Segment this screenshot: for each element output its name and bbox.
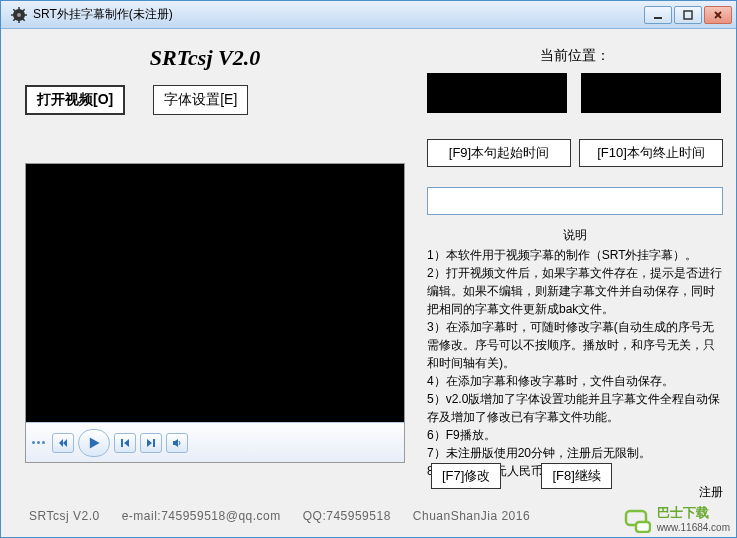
footer-email: e-mail:745959518@qq.com [122, 509, 281, 523]
footer-qq: QQ:745959518 [303, 509, 391, 523]
close-button[interactable] [704, 6, 732, 24]
description-body: 1）本软件用于视频字幕的制作（SRT外挂字幕）。 2）打开视频文件后，如果字幕文… [427, 246, 723, 480]
footer-version: SRTcsj V2.0 [29, 509, 100, 523]
svg-line-9 [23, 9, 25, 11]
svg-marker-19 [147, 439, 152, 447]
desc-line: 7）未注册版使用20分钟，注册后无限制。 [427, 444, 723, 462]
seek-indicator [32, 441, 48, 444]
svg-marker-15 [63, 439, 67, 447]
svg-marker-16 [90, 437, 100, 448]
watermark: 巴士下载 www.11684.com [623, 504, 730, 533]
content-area: SRTcsj V2.0 打开视频[O] 字体设置[E] 当前位置： [1, 29, 736, 537]
open-video-button[interactable]: 打开视频[O] [25, 85, 125, 115]
desc-line: 6）F9播放。 [427, 426, 723, 444]
desc-line: 3）在添加字幕时，可随时修改字幕(自动生成的序号无需修改。序号可以不按顺序。播放… [427, 318, 723, 372]
description-title: 说明 [427, 227, 723, 244]
time-displays [427, 73, 723, 113]
svg-rect-17 [121, 439, 123, 447]
svg-line-6 [13, 9, 15, 11]
footer-buttons: [F7]修改 [F8]继续 [431, 463, 612, 489]
svg-marker-21 [173, 439, 178, 447]
svg-rect-20 [153, 439, 155, 447]
right-panel: 当前位置： [F9]本句起始时间 [F10]本句终止时间 说明 1）本软件用于视… [427, 47, 723, 501]
font-setting-button[interactable]: 字体设置[E] [153, 85, 248, 115]
app-title: SRTcsj V2.0 [15, 45, 395, 71]
position-label: 当前位置： [427, 47, 723, 65]
desc-line: 4）在添加字幕和修改字幕时，文件自动保存。 [427, 372, 723, 390]
app-icon [11, 7, 27, 23]
maximize-button[interactable] [674, 6, 702, 24]
watermark-text: 巴士下载 www.11684.com [657, 504, 730, 533]
svg-rect-23 [636, 522, 650, 532]
watermark-icon [623, 505, 651, 533]
time-button-row: [F9]本句起始时间 [F10]本句终止时间 [427, 139, 723, 167]
prev-button[interactable] [114, 433, 136, 453]
footer-info: SRTcsj V2.0 e-mail:745959518@qq.com QQ:7… [29, 509, 530, 523]
svg-line-8 [13, 18, 15, 20]
watermark-label: 巴士下载 [657, 504, 730, 522]
f10-end-time-button[interactable]: [F10]本句终止时间 [579, 139, 723, 167]
volume-button[interactable] [166, 433, 188, 453]
svg-point-1 [17, 13, 21, 17]
desc-line: 1）本软件用于视频字幕的制作（SRT外挂字幕）。 [427, 246, 723, 264]
desc-line: 5）v2.0版增加了字体设置功能并且字幕文件全程自动保存及增加了修改已有字幕文件… [427, 390, 723, 426]
f9-start-time-button[interactable]: [F9]本句起始时间 [427, 139, 571, 167]
play-button[interactable] [78, 429, 110, 457]
desc-line: 2）打开视频文件后，如果字幕文件存在，提示是否进行编辑。如果不编辑，则新建字幕文… [427, 264, 723, 318]
f8-continue-button[interactable]: [F8]继续 [541, 463, 611, 489]
next-button[interactable] [140, 433, 162, 453]
minimize-button[interactable] [644, 6, 672, 24]
svg-rect-10 [654, 17, 662, 19]
app-window: SRT外挂字幕制作(未注册) SRTcsj V2.0 打开视频[O] 字体设置[… [0, 0, 737, 538]
window-buttons [644, 6, 732, 24]
start-time-display [427, 73, 567, 113]
titlebar: SRT外挂字幕制作(未注册) [1, 1, 736, 29]
svg-marker-18 [124, 439, 129, 447]
rewind-button[interactable] [52, 433, 74, 453]
window-title: SRT外挂字幕制作(未注册) [33, 6, 644, 23]
svg-line-7 [23, 18, 25, 20]
video-canvas [26, 164, 404, 422]
watermark-site: www.11684.com [657, 522, 730, 533]
media-controls [26, 422, 404, 462]
end-time-display [581, 73, 721, 113]
svg-marker-14 [59, 439, 63, 447]
svg-rect-11 [684, 11, 692, 19]
f7-modify-button[interactable]: [F7]修改 [431, 463, 501, 489]
subtitle-text-input[interactable] [427, 187, 723, 215]
footer-author: ChuanShanJia 2016 [413, 509, 530, 523]
video-player [25, 163, 405, 463]
